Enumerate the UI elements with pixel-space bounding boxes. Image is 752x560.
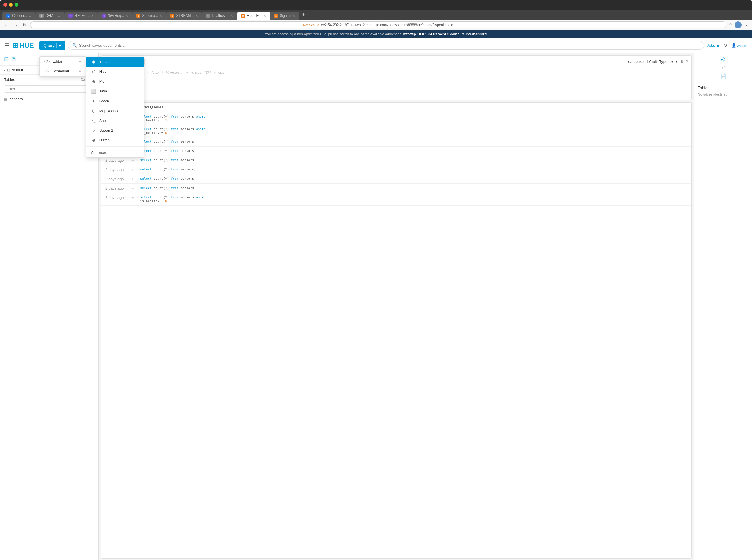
browser-tab-nifi-reg[interactable]: N NiFi Reg... ✕: [98, 12, 133, 20]
tab-close-hue[interactable]: ✕: [264, 14, 266, 18]
type-value[interactable]: text ▾: [669, 59, 678, 64]
tab-close-schema[interactable]: ✕: [159, 14, 162, 18]
history-tabs: Query History Saved Queries: [101, 103, 691, 113]
browser-menu-button[interactable]: ⋮: [744, 22, 749, 28]
history-row[interactable]: 2 days ago ↩ select count(*) from sensor…: [101, 125, 691, 137]
editor-item-spark[interactable]: ✦ Spark: [86, 96, 144, 106]
admin-link[interactable]: 👤 admin: [731, 43, 747, 47]
panel-tab-tables-icon[interactable]: ◎: [721, 56, 726, 62]
query-menu-scheduler[interactable]: ◷ Scheduler ▶: [40, 66, 85, 76]
tab-close-cloudera[interactable]: ✕: [29, 14, 31, 18]
right-panel: ◎ x² 📄 Tables No tables identified.: [694, 53, 752, 560]
table-item-sensors[interactable]: ▦ sensors: [0, 95, 98, 103]
tab-close-stream[interactable]: ✕: [195, 14, 198, 18]
editor-item-sqoop1[interactable]: ○ Sqoop 1: [86, 125, 144, 135]
history-time: 2 days ago: [105, 195, 129, 200]
history-row[interactable]: 2 days ago ↩ select count(*) from sensor…: [101, 137, 691, 147]
mapreduce-icon: ⬡: [91, 109, 96, 113]
editor-item-shell[interactable]: >_ Shell: [86, 116, 144, 125]
tab-close-localhost[interactable]: ✕: [230, 14, 233, 18]
type-label: Type: [659, 59, 667, 64]
minimize-traffic-light[interactable]: [9, 3, 13, 7]
maximize-traffic-light[interactable]: [15, 3, 18, 7]
history-row[interactable]: 2 days ago ↩ select count(*) from sensor…: [101, 147, 691, 156]
tab-favicon-cloudera: C: [6, 14, 11, 18]
search-input[interactable]: [79, 43, 700, 47]
history-row[interactable]: 2 days ago ↩ select count(*) from sensor…: [101, 184, 691, 193]
tab-label-nifi-reg: NiFi Reg...: [108, 14, 124, 18]
tab-close-nifi-flow[interactable]: ✕: [91, 14, 94, 18]
profile-button[interactable]: [735, 21, 741, 28]
browser-tab-cloudera[interactable]: C Clouder... ✕: [2, 12, 35, 20]
panel-tab-x2-icon[interactable]: x²: [721, 65, 725, 71]
editor-item-distcp-label: Distcp: [99, 138, 110, 142]
history-query: select count(*) from sensors where is_he…: [140, 195, 687, 203]
sidebar-icons: ⊟ ⧉: [4, 56, 16, 62]
back-button[interactable]: ←: [3, 22, 10, 28]
type-selector: Type text ▾: [659, 59, 678, 64]
notification-link[interactable]: http://ip-10-0-1-84.us-west-2.compute.in…: [403, 32, 487, 36]
new-tab-button[interactable]: +: [299, 9, 308, 20]
db-selector-value[interactable]: default: [645, 59, 657, 64]
history-row[interactable]: 2 days ago ↩ select count(*) from sensor…: [101, 165, 691, 175]
editor-area: ▶ 📈 💾 ⋯ database default Type text: [101, 55, 692, 100]
admin-person-icon: 👤: [731, 43, 736, 47]
close-traffic-light[interactable]: [3, 3, 7, 7]
bookmark-button[interactable]: ☆: [729, 22, 732, 27]
panel-title: Tables: [698, 85, 749, 90]
editor-submenu-divider: [86, 146, 144, 147]
tab-close-nifi-reg[interactable]: ✕: [126, 14, 128, 18]
tab-close-signin[interactable]: ✕: [292, 14, 295, 18]
editor-help-icon[interactable]: ?: [686, 59, 688, 64]
panel-tab-doc-icon[interactable]: 📄: [720, 73, 726, 79]
history-row[interactable]: 2 days ago ↩ select count(*) from sensor…: [101, 156, 691, 165]
editor-item-addmore[interactable]: Add more...: [86, 148, 144, 157]
query-menu-editor[interactable]: </> Editor ▶: [40, 57, 85, 66]
editor-item-hive-label: Hive: [99, 69, 107, 74]
notification-bar: You are accessing a non-optimized Hue, p…: [0, 31, 752, 38]
editor-item-pig-label: Pig: [99, 79, 105, 83]
history-row[interactable]: 2 days ago ↩ select count(*) from sensor…: [101, 193, 691, 205]
editor-item-addmore-label: Add more...: [91, 151, 111, 155]
history-row[interactable]: 2 days ago ↩ select count(*) from sensor…: [101, 113, 691, 125]
history-icon[interactable]: ↺: [724, 43, 727, 48]
tab-favicon-hue: H: [241, 14, 245, 18]
tab-favicon-signin: S: [274, 14, 278, 18]
editor-item-mapreduce[interactable]: ⬡ MapReduce: [86, 106, 144, 116]
db-back-arrow[interactable]: ‹: [4, 68, 5, 72]
search-icon: 🔍: [72, 43, 77, 47]
editor-item-sqoop1-label: Sqoop 1: [99, 128, 113, 133]
browser-tab-stream[interactable]: S STREAM... ✕: [166, 12, 202, 20]
editor-item-java[interactable]: ⬜ Java: [86, 86, 144, 96]
tables-count: (1): [81, 77, 85, 81]
editor-item-distcp[interactable]: ⊕ Distcp: [86, 135, 144, 145]
history-row[interactable]: 2 days ago ↩ select count(*) from sensor…: [101, 175, 691, 184]
browser-tab-schema[interactable]: S Schema... ✕: [132, 12, 166, 20]
browser-tab-signin[interactable]: S Sign In ✕: [270, 12, 299, 20]
notification-text: You are accessing a non-optimized Hue, p…: [265, 32, 403, 36]
tab-label-stream: STREAM...: [176, 14, 194, 18]
editor-item-pig[interactable]: ⊕ Pig: [86, 77, 144, 86]
browser-tab-hue[interactable]: H Hue - E... ✕: [237, 12, 270, 20]
browser-tab-nifi-flow[interactable]: N NiFi Flo... ✕: [64, 12, 97, 20]
editor-content[interactable]: 1 Example: select * from tablename, or p…: [101, 68, 691, 91]
address-input[interactable]: Not Secure ec2-54-202-2-197.us-west-2.co…: [30, 21, 726, 28]
browser-tab-localhost[interactable]: ◎ localhost... ✕: [202, 12, 237, 20]
browser-tab-cem[interactable]: ⚙ CEM ✕: [35, 12, 64, 20]
forward-button[interactable]: →: [12, 22, 19, 28]
query-dropdown-arrow: ▾: [56, 43, 61, 48]
hamburger-menu-button[interactable]: ☰: [5, 42, 9, 49]
panel-empty-text: No tables identified.: [698, 93, 749, 97]
reload-button[interactable]: ↻: [21, 22, 28, 28]
documents-icon[interactable]: ⧉: [12, 56, 16, 62]
history-time: 2 days ago: [105, 158, 129, 163]
database-icon[interactable]: ⊟: [4, 56, 8, 62]
editor-item-hive[interactable]: ⬡ Hive: [86, 67, 144, 77]
editor-settings-icon[interactable]: ⚙: [680, 59, 683, 64]
editor-item-impala[interactable]: ◈ Impala: [86, 57, 144, 67]
jobs-link[interactable]: Jobs ☰: [707, 43, 719, 47]
tables-label: Tables: [4, 77, 79, 82]
query-button[interactable]: Query ▾: [39, 41, 65, 50]
tables-filter-input[interactable]: [4, 85, 94, 93]
tab-close-cem[interactable]: ✕: [58, 14, 60, 18]
